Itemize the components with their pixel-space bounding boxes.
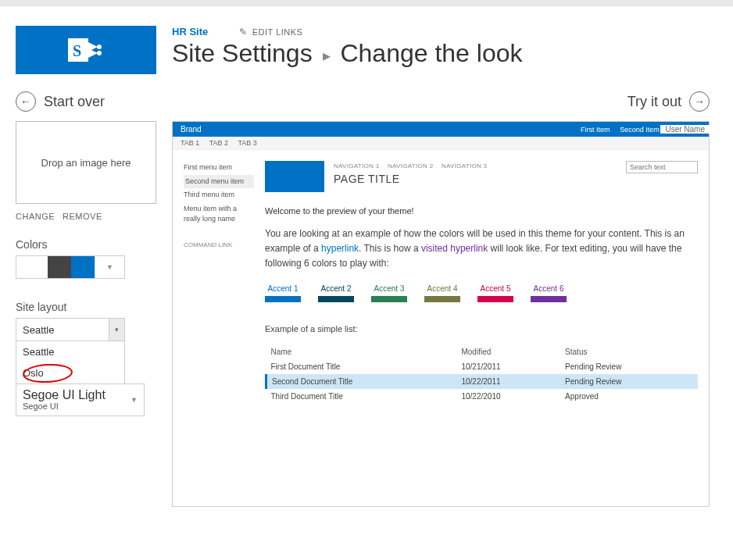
preview-username: User Name [660,125,710,134]
table-row: Third Document Title 10/22/2010 Approved [266,389,699,404]
theme-preview: Brand First Item Second Item Third Item … [172,121,710,507]
site-layout-value: Seattle [23,324,54,336]
remove-image-button[interactable]: REMOVE [63,212,102,221]
col-status: Status [560,344,698,359]
sharepoint-icon: S [66,34,105,66]
chevron-down-icon: ▼ [131,396,138,404]
colors-label: Colors [16,238,156,251]
preview-page-title: PAGE TITLE [334,173,493,185]
settings-sidebar: Drop an image here CHANGE REMOVE Colors … [16,121,156,507]
preview-tab: TAB 2 [209,139,228,147]
menu-item: First menu item [184,161,254,175]
color-swatch-3 [71,256,95,278]
menu-item: Third menu item [184,188,254,202]
font-secondary-label: Segoe UI [23,401,105,411]
cell: Second Document Title [266,374,457,389]
arrow-right-icon: → [689,91,710,112]
cell: Pending Review [560,359,698,374]
nav-item: NAVIGATION 3 [442,162,487,169]
accent-label: Accent 6 [534,284,564,293]
dropzone-label: Drop an image here [41,157,131,169]
cell: 10/22/2011 [456,374,560,389]
preview-visited-link: visited hyperlink [421,243,488,254]
breadcrumb: Site Settings ▸ Change the look [172,39,717,68]
svg-point-2 [97,45,102,49]
nav-item: NAVIGATION 2 [388,162,433,169]
accent-4: Accent 4 [424,284,460,302]
color-picker[interactable]: ▼ [16,255,125,279]
preview-nav: NAVIGATION 1 NAVIGATION 2 NAVIGATION 3 [334,162,493,169]
preview-ribbon: Brand First Item Second Item Third Item [173,122,709,137]
table-row: First Document Title 10/21/2011 Pending … [266,359,699,374]
nav-item: NAVIGATION 1 [334,162,379,169]
accent-3: Accent 3 [371,284,407,302]
breadcrumb-parent[interactable]: Site Settings [172,39,313,67]
layout-option-seattle[interactable]: Seattle [16,341,124,362]
preview-tab: TAB 1 [181,139,199,147]
accent-label: Accent 5 [481,284,511,293]
cell: First Document Title [266,359,457,374]
site-layout-label: Site layout [16,301,156,313]
cell: 10/22/2010 [456,389,560,404]
cell: Third Document Title [266,389,457,404]
col-modified: Modified [456,344,560,359]
accent-label: Accent 3 [374,284,405,293]
accent-5: Accent 5 [477,284,513,302]
accent-2: Accent 2 [318,284,354,302]
start-over-button[interactable]: ← Start over [16,91,105,112]
ribbon-item: Second Item [620,126,660,134]
change-image-button[interactable]: CHANGE [16,212,55,221]
action-bar: ← Start over Try it out → [0,82,733,121]
arrow-left-icon: ← [16,91,36,112]
font-primary-label: Segoe UI Light [23,389,105,401]
color-swatch-1 [16,256,48,278]
cell: Approved [560,389,698,404]
site-link[interactable]: HR Site [172,26,208,37]
svg-point-3 [97,51,102,55]
try-it-out-label: Try it out [628,94,681,110]
accent-swatches: Accent 1 Accent 2 Accent 3 Accent 4 Acce… [265,284,698,302]
preview-search-input [626,161,698,173]
site-layout-dropdown: Seattle Oslo [16,341,125,384]
image-dropzone[interactable]: Drop an image here [16,121,156,204]
accent-label: Accent 4 [427,284,458,293]
list-example-label: Example of a simple list: [265,324,698,334]
pencil-icon: ✎ [239,27,248,37]
preview-tab: TAB 3 [238,139,256,147]
sharepoint-logo[interactable]: S [16,26,156,74]
accent-1: Accent 1 [265,284,301,302]
font-select[interactable]: Segoe UI Light Segoe UI ▼ [16,383,145,416]
ribbon-item: First Item [581,126,610,134]
chevron-down-icon: ▼ [95,256,124,278]
start-over-label: Start over [44,94,105,110]
chevron-down-icon: ▾ [109,319,124,341]
cell: Pending Review [560,374,698,389]
breadcrumb-current: Change the look [340,39,522,67]
col-name: Name [266,344,457,359]
cell: 10/21/2011 [456,359,560,374]
try-it-out-button[interactable]: Try it out → [628,91,710,112]
layout-option-oslo[interactable]: Oslo [16,362,124,383]
preview-logo-thumb [265,161,324,192]
color-swatch-2 [48,256,71,278]
menu-item-selected: Second menu item [184,175,254,189]
edit-links-label: EDIT LINKS [252,27,303,37]
menu-item: Menu item with a really long name [184,202,254,226]
main-content: Drop an image here CHANGE REMOVE Colors … [0,121,733,530]
accent-6: Accent 6 [531,284,567,302]
preview-table: Name Modified Status First Document Titl… [265,344,698,404]
command-link: COMMAND LINK [184,241,254,250]
table-header-row: Name Modified Status [266,344,699,359]
chevron-right-icon: ▸ [323,47,331,64]
preview-body-text: You are looking at an example of how the… [265,226,698,272]
edit-links-button[interactable]: ✎ EDIT LINKS [239,27,302,37]
accent-label: Accent 2 [321,284,352,293]
site-layout-select[interactable]: Seattle ▾ [16,318,125,341]
page-header: S HR Site ✎ EDIT LINKS Site Settings ▸ C… [0,6,733,82]
accent-label: Accent 1 [268,284,299,293]
preview-welcome: Welcome to the preview of your theme! [265,206,698,216]
preview-hyperlink: hyperlink [321,243,359,254]
preview-left-nav: First menu item Second menu item Third m… [184,161,254,404]
preview-tabs: TAB 1 TAB 2 TAB 3 [173,137,709,150]
table-row-selected: Second Document Title 10/22/2011 Pending… [266,374,699,389]
